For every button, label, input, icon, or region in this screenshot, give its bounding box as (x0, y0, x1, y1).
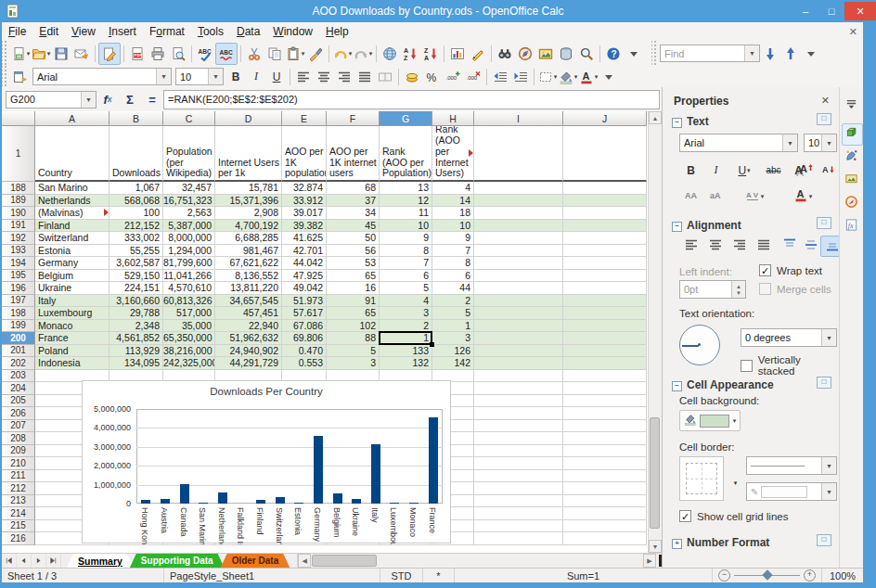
cell-H198[interactable]: 5 (432, 307, 474, 320)
cell-D196[interactable]: 13,811,220 (215, 282, 282, 295)
cell-B202[interactable]: 134,095 (110, 357, 163, 370)
cell-E200[interactable]: 69.806 (282, 332, 327, 345)
cell-H193[interactable]: 7 (432, 245, 474, 258)
line-style-select[interactable]: ✎▼ (746, 482, 837, 501)
dropdown-arrow-icon[interactable]: ▼ (782, 134, 797, 151)
column-header-A[interactable]: A (35, 111, 110, 126)
checkbox-wrap_text_label[interactable]: ✓Wrap text (759, 264, 822, 276)
cell-A193[interactable]: Estonia (35, 245, 110, 258)
cell-H195[interactable]: 6 (432, 270, 474, 283)
sum-icon[interactable]: Σ (119, 90, 141, 109)
cell-C194[interactable]: 81,799,600 (163, 257, 215, 270)
row-header-189[interactable]: 189 (2, 195, 35, 208)
selection-fill-handle[interactable] (430, 342, 434, 347)
maximize-button[interactable]: □ (818, 2, 844, 20)
currency-button[interactable] (402, 67, 422, 87)
cell-C201[interactable]: 38,216,000 (163, 345, 215, 358)
row-header-211[interactable]: 211 (2, 470, 35, 483)
cell-J194[interactable] (563, 257, 647, 270)
save-button[interactable] (51, 44, 71, 64)
cell-I208[interactable] (474, 432, 563, 445)
cell-J188[interactable] (563, 182, 647, 195)
column-header-E[interactable]: E (282, 111, 327, 126)
cell-J215[interactable] (563, 520, 647, 533)
font_size-select[interactable]: 10▼ (804, 134, 837, 152)
text-orientation-dial[interactable] (679, 325, 720, 365)
cell-I192[interactable] (474, 232, 563, 245)
cell-C189[interactable]: 16,751,323 (163, 195, 215, 208)
menu-view[interactable]: View (65, 23, 102, 40)
cell-G198[interactable]: 3 (380, 307, 432, 320)
row-header-1[interactable]: 1 (2, 126, 35, 182)
cell-I211[interactable] (474, 470, 563, 483)
align-justified-button[interactable] (354, 67, 375, 87)
valign-top-button[interactable] (778, 236, 801, 257)
zoom-thumb[interactable] (762, 569, 772, 580)
cell-D200[interactable]: 51,962,632 (215, 332, 282, 345)
cell-J199[interactable] (563, 320, 647, 333)
cell-A201[interactable]: Poland (35, 345, 110, 358)
cell-I205[interactable] (474, 395, 563, 408)
cell-C199[interactable]: 35,000 (163, 320, 215, 333)
cell-J211[interactable] (563, 470, 647, 483)
cell-G193[interactable]: 8 (380, 245, 432, 258)
name-box[interactable]: G200▼ (6, 91, 97, 109)
checkbox-icon[interactable]: ✓ (759, 264, 771, 276)
more-options-icon[interactable]: □ (817, 217, 831, 229)
cell-H191[interactable]: 10 (432, 220, 474, 233)
background-color-button[interactable]: ▾ (558, 67, 578, 87)
cell-G194[interactable]: 7 (380, 257, 432, 270)
scroll-left-icon[interactable]: ◀ (298, 554, 311, 568)
row-header-195[interactable]: 195 (2, 270, 35, 283)
bold-button[interactable]: B (679, 160, 702, 181)
cell-H192[interactable]: 9 (432, 232, 474, 245)
more-options-icon[interactable]: □ (817, 113, 831, 125)
cell-F201[interactable]: 5 (327, 345, 380, 358)
cell-F200[interactable]: 88 (327, 332, 380, 345)
section-header[interactable]: +Number Format (672, 536, 769, 549)
cell-J210[interactable] (563, 457, 647, 470)
status-selection-mode[interactable]: STD (380, 569, 423, 582)
cell-A194[interactable]: Germany (35, 257, 110, 270)
cell-I190[interactable] (474, 207, 563, 220)
sort-ascending-button[interactable]: AZ (400, 44, 420, 64)
left-indent-spinner[interactable]: 0pt▲▼ (679, 280, 746, 299)
cell-I197[interactable] (474, 295, 563, 308)
cell-J189[interactable] (563, 195, 647, 208)
functions-tab[interactable]: fx (842, 216, 861, 236)
font-color-button[interactable]: A▾ (787, 185, 818, 207)
cell-E188[interactable]: 32.874 (282, 182, 327, 195)
checkbox-stacked_label[interactable]: Vertically stacked (741, 354, 839, 377)
cell-A199[interactable]: Monaco (35, 320, 110, 333)
align-right-button[interactable] (728, 236, 751, 257)
row-header-201[interactable]: 201 (2, 345, 35, 358)
column-header-B[interactable]: B (110, 111, 163, 126)
section-header[interactable]: −Alignment (672, 219, 741, 232)
cell-B197[interactable]: 3,160,660 (110, 295, 163, 308)
font-size-select[interactable]: 10▼ (175, 68, 224, 85)
cell-G195[interactable]: 6 (380, 270, 432, 283)
cell-I204[interactable] (474, 382, 563, 395)
more-options-icon[interactable]: □ (817, 534, 831, 546)
cell-J208[interactable] (563, 432, 647, 445)
cut-button[interactable] (244, 44, 264, 64)
underline-button[interactable]: U▾ (729, 160, 759, 181)
cell-D188[interactable]: 15,781 (215, 182, 282, 195)
row-header-192[interactable]: 192 (2, 232, 35, 245)
row-header-198[interactable]: 198 (2, 307, 35, 320)
name-box-dropdown[interactable]: ▼ (81, 92, 96, 108)
vertical-scroll-thumb[interactable] (650, 417, 660, 529)
row-header-215[interactable]: 215 (2, 520, 35, 533)
toolbar-overflow-button[interactable] (801, 44, 821, 64)
dropdown-arrow-icon[interactable]: ▼ (821, 483, 836, 500)
cell-G199[interactable]: 2 (380, 320, 432, 333)
cell-H202[interactable]: 142 (432, 357, 474, 370)
cell-J197[interactable] (563, 295, 647, 308)
cell-D195[interactable]: 8,136,552 (215, 270, 282, 283)
last-sheet-button[interactable] (46, 554, 61, 568)
sheet-tab-summary[interactable]: Summary (67, 554, 134, 568)
dropdown-arrow-icon[interactable]: ▼ (821, 457, 836, 474)
row-header-193[interactable]: 193 (2, 245, 35, 258)
strikethrough-button[interactable]: abc (762, 160, 785, 181)
cell-I194[interactable] (474, 257, 563, 270)
